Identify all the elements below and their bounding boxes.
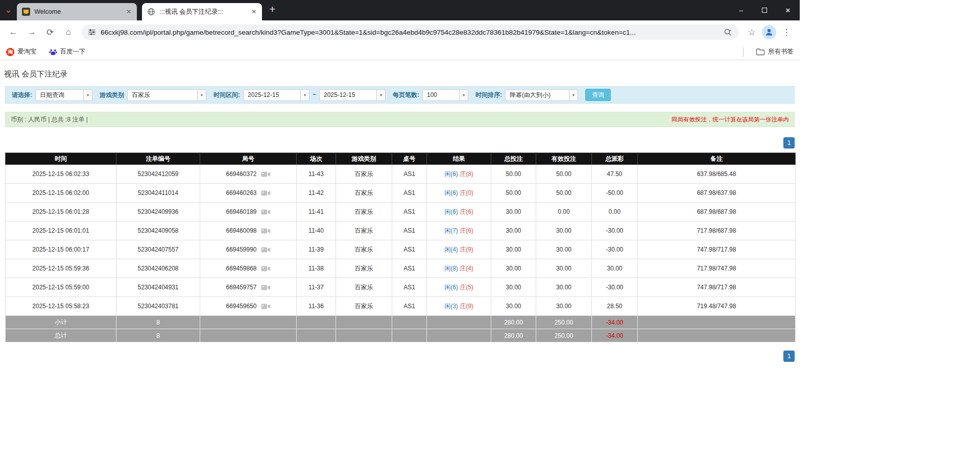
cell-valid-bet: 30.00 xyxy=(536,297,592,316)
cell-result: 闲(6) 庄(5) xyxy=(427,278,491,297)
date-to-select[interactable]: 2025-12-15 ▾ xyxy=(319,89,386,101)
summary-label: 小计 xyxy=(6,316,116,329)
time-sort-select[interactable]: 降幂(由大到小) ▾ xyxy=(505,89,578,101)
bookmark-baidu[interactable]: 百度一下 xyxy=(49,47,86,56)
tab-betrecord[interactable]: :::视讯 会员下注纪录::: ✕ xyxy=(142,3,262,20)
bookmark-star-icon[interactable]: ☆ xyxy=(744,24,760,40)
result-banker: 庄(4) xyxy=(460,265,473,272)
game-type-select[interactable]: 百家乐 ▾ xyxy=(127,89,206,101)
bookmark-aitaobao[interactable]: 淘 爱淘宝 xyxy=(6,47,37,56)
time-sort-value: 降幂(由大到小) xyxy=(506,91,569,100)
summary-payout: -34.00 xyxy=(592,316,638,329)
taobao-icon: 淘 xyxy=(6,48,14,56)
round-number: 669460372 xyxy=(226,170,256,178)
column-header: 注单编号 xyxy=(116,153,200,165)
cell-payout: 28.50 xyxy=(592,297,638,316)
date-from-select[interactable]: 2025-12-15 ▾ xyxy=(243,89,309,101)
result-banker: 庄(5) xyxy=(460,284,473,291)
all-bookmarks-button[interactable]: 所有书签 xyxy=(756,47,794,56)
chevron-down-icon: ▾ xyxy=(83,90,92,101)
cell-valid-bet: 30.00 xyxy=(536,259,592,278)
table-row: 2025-12-15 06:00:17523042407557669459990… xyxy=(6,240,796,259)
column-header: 有效投注 xyxy=(536,153,592,165)
cell-total-bet[interactable]: 30.00 xyxy=(491,203,536,221)
url-text[interactable]: 66cxkj98.com/ipl/portal.php/game/betreco… xyxy=(101,29,719,36)
cell-note: 717.98/747.98 xyxy=(638,259,796,278)
cell-total-bet[interactable]: 30.00 xyxy=(491,297,536,316)
reload-button[interactable]: ⟳ xyxy=(42,24,58,40)
cell-total-bet[interactable]: 30.00 xyxy=(491,278,536,297)
menu-icon[interactable]: ⋮ xyxy=(778,24,795,40)
result-player: 闲(4) xyxy=(444,246,458,253)
replay-icon[interactable] xyxy=(261,265,271,272)
cell-table: AS1 xyxy=(392,240,427,259)
result-banker: 庄(6) xyxy=(460,208,473,215)
cell-table: AS1 xyxy=(392,203,427,221)
cell-table: AS1 xyxy=(392,221,427,240)
cell-valid-bet: 30.00 xyxy=(536,240,592,259)
round-inner: 669459868 xyxy=(200,265,296,272)
replay-icon[interactable] xyxy=(261,171,271,178)
cell-table: AS1 xyxy=(392,184,427,203)
maximize-icon xyxy=(762,8,767,13)
tab-welcome[interactable]: Welcome ✕ xyxy=(17,3,137,20)
cell-result: 闲(7) 庄(6) xyxy=(427,221,491,240)
summary-label: 总计 xyxy=(6,329,116,342)
result-banker: 庄(9) xyxy=(460,303,473,310)
folder-icon xyxy=(756,48,765,56)
round-inner: 669460189 xyxy=(200,208,296,215)
summary-empty-cell xyxy=(427,329,491,342)
site-settings-icon[interactable] xyxy=(88,28,96,36)
cell-session: 11-43 xyxy=(297,165,336,184)
maximize-button[interactable] xyxy=(753,0,776,20)
cell-total-bet[interactable]: 30.00 xyxy=(491,240,536,259)
cell-note: 747.98/717.98 xyxy=(638,278,796,297)
cell-total-bet[interactable]: 50.00 xyxy=(491,165,536,184)
minimize-button[interactable]: – xyxy=(729,0,753,20)
cell-game: 百家乐 xyxy=(336,240,392,259)
query-type-select[interactable]: 日期查询 ▾ xyxy=(35,89,92,101)
titlebar: ⌄ Welcome ✕ :::视讯 会员下注纪录::: ✕ + – ✕ xyxy=(0,0,800,20)
page-1-button[interactable]: 1 xyxy=(783,137,795,148)
page-content: 视讯 会员下注纪录 请选择: 日期查询 ▾ 游戏类别 百家乐 ▾ 时间区间: 2… xyxy=(0,69,800,362)
result-player: 闲(7) xyxy=(444,227,458,234)
chevron-down-icon: ▾ xyxy=(569,90,578,101)
search-button[interactable]: 查询 xyxy=(585,89,611,101)
cell-total-bet[interactable]: 30.00 xyxy=(491,221,536,240)
tab-close-icon[interactable]: ✕ xyxy=(250,8,258,16)
replay-icon[interactable] xyxy=(261,303,271,310)
replay-icon[interactable] xyxy=(261,246,271,253)
cell-session: 11-37 xyxy=(297,278,336,297)
home-button[interactable]: ⌂ xyxy=(60,24,77,40)
cell-total-bet[interactable]: 30.00 xyxy=(491,259,536,278)
time-range-label: 时间区间: xyxy=(213,91,240,100)
page-1-button[interactable]: 1 xyxy=(783,351,795,362)
summary-empty-cell xyxy=(297,329,336,342)
search-lens-icon[interactable] xyxy=(724,28,732,37)
cell-session: 11-39 xyxy=(297,240,336,259)
new-tab-button[interactable]: + xyxy=(262,3,275,17)
cell-bet-id: 523042407557 xyxy=(116,240,200,259)
bookmark-label: 百度一下 xyxy=(60,47,86,56)
replay-icon[interactable] xyxy=(261,228,271,234)
cell-game: 百家乐 xyxy=(336,278,392,297)
page-size-select[interactable]: 100 ▾ xyxy=(422,89,468,101)
replay-icon[interactable] xyxy=(261,284,271,291)
baidu-paw-icon xyxy=(49,48,57,56)
summary-payout: -34.00 xyxy=(592,329,638,342)
forward-button[interactable]: → xyxy=(23,24,40,40)
cell-total-bet[interactable]: 50.00 xyxy=(491,184,536,203)
back-button[interactable]: ← xyxy=(5,24,21,40)
cell-bet-id: 523042406208 xyxy=(116,259,200,278)
time-sort-label: 时间排序: xyxy=(475,91,502,100)
replay-icon[interactable] xyxy=(261,190,271,196)
replay-icon[interactable] xyxy=(261,209,271,215)
close-button[interactable]: ✕ xyxy=(776,0,800,20)
summary-empty-cell xyxy=(336,329,392,342)
profile-icon[interactable] xyxy=(762,25,776,39)
chevron-down-icon: ▾ xyxy=(197,90,206,101)
cell-result: 闲(6) 庄(6) xyxy=(427,203,491,221)
tabstrip-chevron-icon[interactable]: ⌄ xyxy=(0,5,17,16)
tab-close-icon[interactable]: ✕ xyxy=(125,8,133,16)
url-bar[interactable]: 66cxkj98.com/ipl/portal.php/game/betreco… xyxy=(82,24,738,40)
